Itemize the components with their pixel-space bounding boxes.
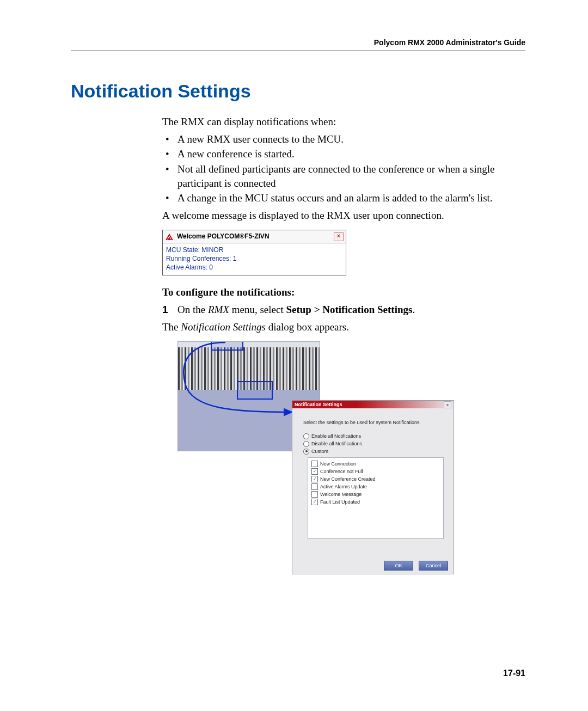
welcome-line: MCU State: MINOR	[166, 246, 342, 254]
bullet-item: A new conference is started.	[162, 147, 522, 161]
checkbox-icon: ✓	[311, 468, 318, 475]
notification-settings-figure: Notification Settings x Select the setti…	[177, 341, 450, 575]
checkbox-conference-not-full[interactable]: ✓ Conference not Full	[311, 468, 440, 475]
custom-options-panel: New Connection ✓ Conference not Full ✓ N…	[308, 457, 444, 539]
step-number: 1	[162, 303, 168, 317]
checkbox-active-alarms-update[interactable]: Active Alarms Update	[311, 483, 440, 491]
welcome-body: MCU State: MINOR Running Conferences: 1 …	[163, 243, 346, 275]
checkbox-welcome-message[interactable]: Welcome Message	[311, 491, 440, 498]
checkbox-new-conference-created[interactable]: ✓ New Conference Created	[311, 475, 440, 483]
dialog-name-italic: Notification Settings	[181, 321, 266, 333]
step-item: 1 On the RMX menu, select Setup > Notifi…	[162, 303, 522, 317]
welcome-title-text: Welcome POLYCOM®F5-ZIVN	[177, 232, 270, 241]
welcome-titlebar: Welcome POLYCOM®F5-ZIVN ×	[163, 230, 346, 243]
dialog-close-icon[interactable]: x	[444, 401, 451, 408]
dialog-button-bar: OK Cancel	[384, 561, 448, 571]
checkbox-label: Fault List Updated	[320, 498, 360, 506]
radio-disable-all[interactable]: Disable all Notifications	[303, 440, 443, 448]
bullet-item: A change in the MCU status occurs and an…	[162, 191, 522, 205]
step-text: On the RMX menu, select Setup > Notifica…	[177, 304, 415, 315]
bullet-item: Not all defined participants are connect…	[162, 162, 522, 190]
checkbox-label: New Conference Created	[320, 475, 376, 483]
radio-icon	[303, 433, 309, 439]
bullet-list: A new RMX user connects to the MCU. A ne…	[162, 132, 522, 205]
t: dialog box appears.	[266, 321, 349, 333]
bullet-item: A new RMX user connects to the MCU.	[162, 132, 522, 146]
app-menubar	[178, 342, 320, 347]
polycom-logo-icon	[165, 233, 174, 241]
t: .	[412, 304, 415, 315]
radio-label: Enable all Notifications	[311, 432, 361, 440]
t: The	[162, 321, 181, 333]
checkbox-icon	[311, 461, 318, 467]
configure-heading: To configure the notifications:	[162, 285, 522, 299]
checkbox-icon	[311, 483, 318, 490]
checkbox-icon: ✓	[311, 499, 318, 505]
document-page: Polycom RMX 2000 Administrator's Guide N…	[0, 0, 588, 711]
radio-icon	[303, 449, 309, 455]
radio-icon	[303, 441, 309, 447]
ok-button[interactable]: OK	[384, 561, 413, 571]
welcome-notification-panel: Welcome POLYCOM®F5-ZIVN × MCU State: MIN…	[162, 230, 346, 275]
radio-custom[interactable]: Custom	[303, 448, 443, 455]
notification-settings-dialog: Notification Settings x Select the setti…	[292, 400, 454, 574]
dialog-title-text: Notification Settings	[295, 401, 342, 408]
checkbox-label: Conference not Full	[320, 468, 363, 475]
header-guide-title: Polycom RMX 2000 Administrator's Guide	[71, 38, 525, 47]
welcome-line: Active Alarms: 0	[166, 263, 342, 272]
t: On the	[177, 304, 208, 315]
checkbox-label: Active Alarms Update	[320, 483, 367, 491]
radio-enable-all[interactable]: Enable all Notifications	[303, 432, 443, 440]
menu-path-bold: Setup > Notification Settings	[286, 304, 412, 315]
welcome-intro-text: A welcome message is displayed to the RM…	[162, 209, 522, 223]
step-result: The Notification Settings dialog box app…	[162, 320, 522, 334]
checkbox-icon: ✓	[311, 476, 318, 482]
t: menu, select	[229, 304, 286, 315]
checkbox-label: New Connection	[320, 460, 356, 468]
dialog-instruction: Select the settings to be used for syste…	[303, 419, 443, 426]
body-column: The RMX can display notifications when: …	[162, 115, 522, 575]
step-list: 1 On the RMX menu, select Setup > Notifi…	[162, 303, 522, 317]
intro-text: The RMX can display notifications when:	[162, 115, 522, 129]
rmx-italic: RMX	[208, 304, 229, 315]
welcome-line: Running Conferences: 1	[166, 254, 342, 263]
menu-highlight-box	[211, 341, 243, 351]
header-rule	[71, 50, 525, 51]
dialog-titlebar: Notification Settings x	[292, 401, 454, 408]
page-number: 17-91	[503, 669, 525, 678]
checkbox-new-connection[interactable]: New Connection	[311, 460, 440, 468]
toolbar-highlight-box	[237, 381, 273, 400]
close-icon[interactable]: ×	[334, 232, 344, 241]
dialog-content: Select the settings to be used for syste…	[292, 408, 454, 542]
radio-label: Custom	[311, 448, 328, 455]
radio-label: Disable all Notifications	[311, 440, 362, 448]
checkbox-fault-list-updated[interactable]: ✓ Fault List Updated	[311, 498, 440, 506]
checkbox-icon	[311, 491, 318, 498]
checkbox-label: Welcome Message	[320, 491, 362, 498]
page-title: Notification Settings	[71, 81, 525, 102]
cancel-button[interactable]: Cancel	[419, 561, 448, 571]
